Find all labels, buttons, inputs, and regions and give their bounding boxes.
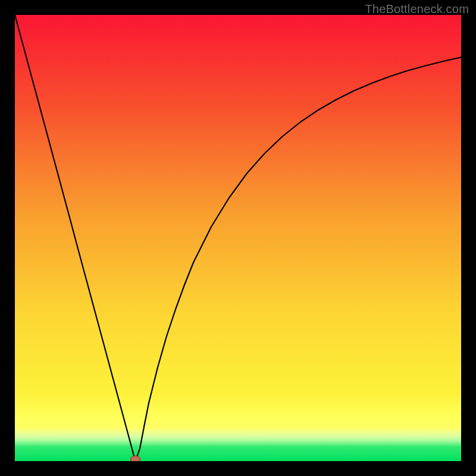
frame: TheBottleneck.com	[0, 0, 476, 476]
gradient-background	[15, 15, 461, 461]
plot-area	[15, 15, 461, 461]
chart-svg	[15, 15, 461, 461]
minimum-marker	[131, 456, 140, 461]
watermark-text: TheBottleneck.com	[365, 2, 469, 16]
